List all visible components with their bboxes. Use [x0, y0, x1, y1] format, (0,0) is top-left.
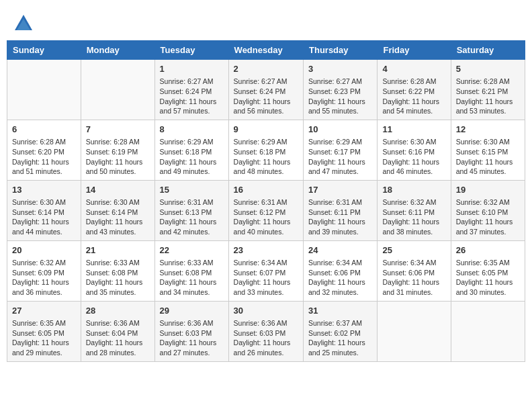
day-number: 1: [160, 63, 224, 75]
day-info: Sunrise: 6:28 AMSunset: 6:20 PMDaylight:…: [12, 137, 76, 177]
calendar-day-cell: 23Sunrise: 6:34 AMSunset: 6:07 PMDayligh…: [228, 240, 303, 301]
calendar-day-cell: 21Sunrise: 6:33 AMSunset: 6:08 PMDayligh…: [81, 240, 154, 301]
day-number: 19: [456, 184, 520, 196]
calendar-day-cell: 13Sunrise: 6:30 AMSunset: 6:14 PMDayligh…: [7, 180, 81, 240]
day-number: 18: [382, 184, 445, 196]
calendar-day-cell: 31Sunrise: 6:37 AMSunset: 6:02 PMDayligh…: [304, 301, 378, 361]
calendar-week-row: 13Sunrise: 6:30 AMSunset: 6:14 PMDayligh…: [7, 180, 525, 240]
calendar-day-cell: [7, 60, 81, 120]
day-of-week-header: Saturday: [451, 41, 525, 60]
calendar-day-cell: [451, 301, 525, 361]
day-info: Sunrise: 6:33 AMSunset: 6:08 PMDaylight:…: [86, 258, 150, 298]
day-number: 31: [308, 305, 372, 317]
day-number: 30: [234, 305, 298, 317]
page-header: [7, 7, 525, 37]
calendar-day-cell: 18Sunrise: 6:32 AMSunset: 6:11 PMDayligh…: [378, 180, 451, 240]
calendar-day-cell: 16Sunrise: 6:31 AMSunset: 6:12 PMDayligh…: [228, 180, 303, 240]
calendar-day-cell: 25Sunrise: 6:34 AMSunset: 6:06 PMDayligh…: [378, 240, 451, 301]
calendar-day-cell: 5Sunrise: 6:28 AMSunset: 6:21 PMDaylight…: [451, 60, 525, 120]
calendar-day-cell: 10Sunrise: 6:29 AMSunset: 6:17 PMDayligh…: [304, 120, 378, 180]
calendar-day-cell: 14Sunrise: 6:30 AMSunset: 6:14 PMDayligh…: [81, 180, 154, 240]
day-number: 22: [160, 244, 224, 257]
day-info: Sunrise: 6:34 AMSunset: 6:07 PMDaylight:…: [234, 258, 298, 298]
calendar-day-cell: 28Sunrise: 6:36 AMSunset: 6:04 PMDayligh…: [81, 301, 154, 361]
calendar-day-cell: 7Sunrise: 6:28 AMSunset: 6:19 PMDaylight…: [81, 120, 154, 180]
day-number: 9: [234, 124, 298, 136]
day-info: Sunrise: 6:36 AMSunset: 6:03 PMDaylight:…: [234, 318, 298, 358]
day-info: Sunrise: 6:28 AMSunset: 6:22 PMDaylight:…: [382, 77, 445, 116]
day-info: Sunrise: 6:29 AMSunset: 6:18 PMDaylight:…: [160, 137, 224, 177]
day-number: 12: [456, 124, 520, 136]
day-info: Sunrise: 6:32 AMSunset: 6:11 PMDaylight:…: [382, 197, 445, 237]
day-info: Sunrise: 6:31 AMSunset: 6:11 PMDaylight:…: [308, 197, 372, 237]
day-number: 5: [456, 63, 520, 75]
day-of-week-header: Friday: [378, 41, 451, 60]
day-info: Sunrise: 6:28 AMSunset: 6:19 PMDaylight:…: [86, 137, 150, 177]
day-info: Sunrise: 6:27 AMSunset: 6:23 PMDaylight:…: [308, 77, 372, 116]
calendar-day-cell: 17Sunrise: 6:31 AMSunset: 6:11 PMDayligh…: [304, 180, 378, 240]
calendar-week-row: 27Sunrise: 6:35 AMSunset: 6:05 PMDayligh…: [7, 301, 525, 361]
logo-icon: [13, 13, 34, 34]
day-number: 24: [308, 244, 372, 257]
day-of-week-header: Monday: [81, 41, 154, 60]
day-number: 3: [308, 63, 372, 75]
calendar-day-cell: 8Sunrise: 6:29 AMSunset: 6:18 PMDaylight…: [154, 120, 228, 180]
day-number: 14: [86, 184, 150, 196]
calendar-day-cell: 11Sunrise: 6:30 AMSunset: 6:16 PMDayligh…: [378, 120, 451, 180]
day-info: Sunrise: 6:35 AMSunset: 6:05 PMDaylight:…: [12, 318, 76, 358]
day-number: 25: [382, 244, 445, 257]
calendar-day-cell: [81, 60, 154, 120]
calendar-day-cell: 12Sunrise: 6:30 AMSunset: 6:15 PMDayligh…: [451, 120, 525, 180]
calendar-day-cell: 2Sunrise: 6:27 AMSunset: 6:24 PMDaylight…: [228, 60, 303, 120]
day-info: Sunrise: 6:37 AMSunset: 6:02 PMDaylight:…: [308, 318, 372, 358]
day-info: Sunrise: 6:29 AMSunset: 6:18 PMDaylight:…: [234, 137, 298, 177]
day-number: 11: [382, 124, 445, 136]
day-of-week-header: Wednesday: [228, 41, 303, 60]
calendar-day-cell: 6Sunrise: 6:28 AMSunset: 6:20 PMDaylight…: [7, 120, 81, 180]
calendar-day-cell: 29Sunrise: 6:36 AMSunset: 6:03 PMDayligh…: [154, 301, 228, 361]
calendar-day-cell: 1Sunrise: 6:27 AMSunset: 6:24 PMDaylight…: [154, 60, 228, 120]
day-info: Sunrise: 6:31 AMSunset: 6:13 PMDaylight:…: [160, 197, 224, 237]
day-number: 29: [160, 305, 224, 317]
day-info: Sunrise: 6:36 AMSunset: 6:03 PMDaylight:…: [160, 318, 224, 358]
day-number: 16: [234, 184, 298, 196]
day-info: Sunrise: 6:27 AMSunset: 6:24 PMDaylight:…: [234, 77, 298, 116]
day-info: Sunrise: 6:27 AMSunset: 6:24 PMDaylight:…: [160, 77, 224, 116]
day-number: 20: [12, 244, 76, 257]
day-number: 27: [12, 305, 76, 317]
day-number: 15: [160, 184, 224, 196]
day-info: Sunrise: 6:29 AMSunset: 6:17 PMDaylight:…: [308, 137, 372, 177]
calendar-day-cell: 20Sunrise: 6:32 AMSunset: 6:09 PMDayligh…: [7, 240, 81, 301]
day-number: 8: [160, 124, 224, 136]
calendar-day-cell: 15Sunrise: 6:31 AMSunset: 6:13 PMDayligh…: [154, 180, 228, 240]
day-number: 26: [456, 244, 520, 257]
day-info: Sunrise: 6:33 AMSunset: 6:08 PMDaylight:…: [160, 258, 224, 298]
day-info: Sunrise: 6:31 AMSunset: 6:12 PMDaylight:…: [234, 197, 298, 237]
day-info: Sunrise: 6:30 AMSunset: 6:15 PMDaylight:…: [456, 137, 520, 177]
calendar-day-cell: 24Sunrise: 6:34 AMSunset: 6:06 PMDayligh…: [304, 240, 378, 301]
calendar-day-cell: 30Sunrise: 6:36 AMSunset: 6:03 PMDayligh…: [228, 301, 303, 361]
day-info: Sunrise: 6:35 AMSunset: 6:05 PMDaylight:…: [456, 258, 520, 298]
calendar-week-row: 20Sunrise: 6:32 AMSunset: 6:09 PMDayligh…: [7, 240, 525, 301]
calendar-day-cell: 22Sunrise: 6:33 AMSunset: 6:08 PMDayligh…: [154, 240, 228, 301]
day-number: 10: [308, 124, 372, 136]
day-info: Sunrise: 6:32 AMSunset: 6:09 PMDaylight:…: [12, 258, 76, 298]
day-number: 2: [234, 63, 298, 75]
day-info: Sunrise: 6:30 AMSunset: 6:14 PMDaylight:…: [86, 197, 150, 237]
day-number: 6: [12, 124, 76, 136]
calendar-day-cell: [378, 301, 451, 361]
day-info: Sunrise: 6:36 AMSunset: 6:04 PMDaylight:…: [86, 318, 150, 358]
day-info: Sunrise: 6:34 AMSunset: 6:06 PMDaylight:…: [382, 258, 445, 298]
day-number: 21: [86, 244, 150, 257]
day-number: 13: [12, 184, 76, 196]
day-of-week-header: Tuesday: [154, 41, 228, 60]
day-number: 7: [86, 124, 150, 136]
day-info: Sunrise: 6:32 AMSunset: 6:10 PMDaylight:…: [456, 197, 520, 237]
day-of-week-header: Sunday: [7, 41, 81, 60]
day-number: 17: [308, 184, 372, 196]
calendar-day-cell: 9Sunrise: 6:29 AMSunset: 6:18 PMDaylight…: [228, 120, 303, 180]
calendar-week-row: 1Sunrise: 6:27 AMSunset: 6:24 PMDaylight…: [7, 60, 525, 120]
calendar-day-cell: 26Sunrise: 6:35 AMSunset: 6:05 PMDayligh…: [451, 240, 525, 301]
logo: [13, 13, 36, 34]
day-number: 4: [382, 63, 445, 75]
